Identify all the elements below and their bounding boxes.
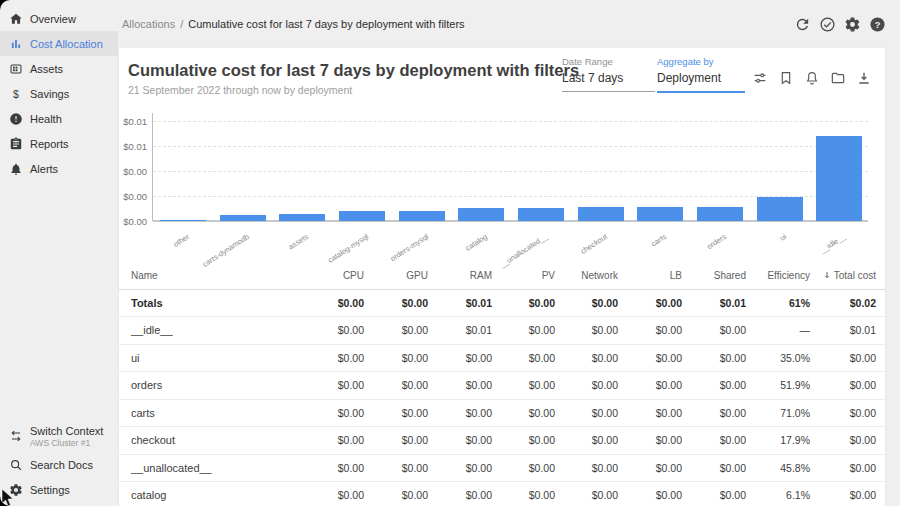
report-card: Cumulative cost for last 7 days by deplo… xyxy=(119,48,885,506)
bar-checkout[interactable] xyxy=(578,207,624,221)
row-cell: $0.01 xyxy=(430,289,494,317)
sidebar-item-health[interactable]: Health xyxy=(0,106,118,131)
check-circle-icon[interactable] xyxy=(819,16,836,33)
column-header-network[interactable]: Network xyxy=(557,263,620,289)
gear-icon[interactable] xyxy=(844,16,861,33)
row-cell: $0.00 xyxy=(812,344,885,372)
row-name[interactable]: Totals xyxy=(119,289,302,317)
chart-gridline xyxy=(153,146,868,147)
row-name[interactable]: catalog xyxy=(119,482,302,506)
download-icon[interactable] xyxy=(856,70,872,86)
sidebar-item-label: Overview xyxy=(30,13,76,25)
table-row-__idle__[interactable]: __idle__$0.00$0.00$0.01$0.00$0.00$0.00$0… xyxy=(119,317,885,345)
row-cell: $0.01 xyxy=(684,289,748,317)
row-cell: $0.00 xyxy=(302,289,366,317)
row-name[interactable]: checkout xyxy=(119,427,302,455)
column-header-name[interactable]: Name xyxy=(119,263,302,289)
topbar: Allocations / Cumulative cost for last 7… xyxy=(118,0,900,48)
dollar-icon: $ xyxy=(9,87,23,101)
table-row-catalog[interactable]: catalog$0.00$0.00$0.00$0.00$0.00$0.00$0.… xyxy=(119,482,885,506)
x-axis-label: catalog-mysql xyxy=(326,232,370,265)
bar-carts[interactable] xyxy=(637,207,683,221)
health-icon xyxy=(9,112,23,126)
table-row-__unallocated__[interactable]: __unallocated__$0.00$0.00$0.00$0.00$0.00… xyxy=(119,454,885,482)
row-cell: $0.00 xyxy=(620,289,684,317)
bookmark-icon[interactable] xyxy=(778,70,794,86)
report-subtitle: 21 September 2022 through now by deploym… xyxy=(128,84,352,96)
table-row-orders[interactable]: orders$0.00$0.00$0.00$0.00$0.00$0.00$0.0… xyxy=(119,372,885,400)
assets-icon xyxy=(9,62,23,76)
help-icon[interactable]: ? xyxy=(869,16,886,33)
bar-__unallocated__[interactable] xyxy=(518,208,564,221)
sidebar-item-switch-context[interactable]: Switch ContextAWS Cluster #1 xyxy=(0,420,118,452)
bell-icon[interactable] xyxy=(804,70,820,86)
sidebar-item-reports[interactable]: Reports xyxy=(0,131,118,156)
column-header-cpu[interactable]: CPU xyxy=(302,263,366,289)
column-header-lb[interactable]: LB xyxy=(620,263,684,289)
x-axis-label: orders xyxy=(705,232,728,251)
folder-icon[interactable] xyxy=(830,70,846,86)
bar-ui[interactable] xyxy=(757,197,803,221)
refresh-icon[interactable] xyxy=(794,16,811,33)
table-row-ui[interactable]: ui$0.00$0.00$0.00$0.00$0.00$0.00$0.0035.… xyxy=(119,344,885,372)
breadcrumb: Allocations / Cumulative cost for last 7… xyxy=(122,0,465,48)
bar-carts-dynamodb[interactable] xyxy=(220,215,266,221)
row-name[interactable]: __idle__ xyxy=(119,317,302,345)
column-header-ram[interactable]: RAM xyxy=(430,263,494,289)
svg-text:$: $ xyxy=(13,87,19,99)
sidebar-item-cost-allocation[interactable]: Cost Allocation xyxy=(0,31,118,56)
bar-other[interactable] xyxy=(160,220,206,221)
row-cell: $0.00 xyxy=(494,427,557,455)
row-cell: $0.00 xyxy=(302,372,366,400)
row-name[interactable]: carts xyxy=(119,399,302,427)
table-row-checkout[interactable]: checkout$0.00$0.00$0.00$0.00$0.00$0.00$0… xyxy=(119,427,885,455)
sidebar-item-settings[interactable]: Settings xyxy=(0,477,118,502)
row-cell: $0.00 xyxy=(684,399,748,427)
bar-catalog[interactable] xyxy=(458,208,504,221)
table-row-totals[interactable]: Totals$0.00$0.00$0.01$0.00$0.00$0.00$0.0… xyxy=(119,289,885,317)
y-axis-tick-label: $0.01 xyxy=(119,116,147,127)
bar-catalog-mysql[interactable] xyxy=(339,211,385,221)
sidebar-item-label: Savings xyxy=(30,88,69,100)
mouse-cursor xyxy=(1,489,15,506)
sidebar-item-overview[interactable]: Overview xyxy=(0,6,118,31)
aggregate-by-picker[interactable]: Aggregate by Deployment xyxy=(657,56,745,93)
row-cell: $0.00 xyxy=(494,317,557,345)
breadcrumb-parent-link[interactable]: Allocations xyxy=(122,18,175,30)
bar-__idle__[interactable] xyxy=(816,136,862,221)
sidebar-item-alerts[interactable]: Alerts xyxy=(0,156,118,181)
row-cell: $0.00 xyxy=(366,399,430,427)
x-axis-label: orders-mysql xyxy=(388,232,429,263)
chart-plot-area xyxy=(152,113,868,221)
row-name[interactable]: __unallocated__ xyxy=(119,454,302,482)
column-header-efficiency[interactable]: Efficiency xyxy=(748,263,812,289)
sidebar-item-assets[interactable]: Assets xyxy=(0,56,118,81)
switch-icon xyxy=(9,429,23,443)
table-row-carts[interactable]: carts$0.00$0.00$0.00$0.00$0.00$0.00$0.00… xyxy=(119,399,885,427)
row-cell: $0.00 xyxy=(684,344,748,372)
row-cell: $0.00 xyxy=(557,289,620,317)
row-name[interactable]: orders xyxy=(119,372,302,400)
y-axis-tick-label: $0.00 xyxy=(119,191,147,202)
sidebar-item-savings[interactable]: $Savings xyxy=(0,81,118,106)
bar-orders[interactable] xyxy=(697,207,743,221)
column-header-total-cost[interactable]: Total cost xyxy=(812,263,885,289)
home-icon xyxy=(9,12,23,26)
column-header-shared[interactable]: Shared xyxy=(684,263,748,289)
date-range-label: Date Range xyxy=(562,56,655,67)
tune-icon[interactable] xyxy=(752,70,768,86)
row-cell: $0.00 xyxy=(494,482,557,506)
row-name[interactable]: ui xyxy=(119,344,302,372)
row-cell: $0.00 xyxy=(494,372,557,400)
sidebar-item-search-docs[interactable]: Search Docs xyxy=(0,452,118,477)
row-cell: $0.01 xyxy=(430,317,494,345)
column-header-pv[interactable]: PV xyxy=(494,263,557,289)
bar-orders-mysql[interactable] xyxy=(399,211,445,221)
column-header-gpu[interactable]: GPU xyxy=(366,263,430,289)
bar-assets[interactable] xyxy=(279,214,325,221)
aggregate-by-value[interactable]: Deployment xyxy=(657,71,745,93)
row-cell: $0.00 xyxy=(366,372,430,400)
date-range-value[interactable]: Last 7 days xyxy=(562,71,655,92)
row-cell: $0.00 xyxy=(302,399,366,427)
date-range-picker[interactable]: Date Range Last 7 days xyxy=(562,56,655,92)
